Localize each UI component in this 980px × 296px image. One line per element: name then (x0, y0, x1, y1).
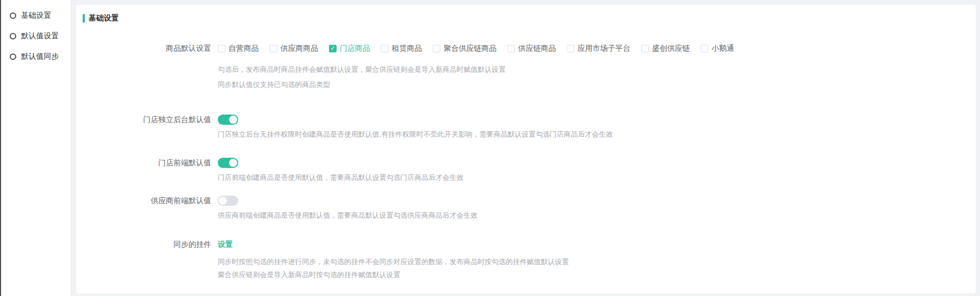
checkbox-product-type-5[interactable]: ✓供应链商品 (507, 43, 556, 53)
checkbox-label: 盛创供应链 (652, 43, 690, 53)
toggle-knob (219, 197, 227, 205)
checkbox-icon: ✓ (701, 45, 708, 52)
toggle-knob (229, 116, 237, 124)
sidebar-item-2[interactable]: 默认值同步 (1, 46, 71, 67)
row-store-backend-default: 门店独立后台默认值 门店独立后台无挂件权限时创建商品是否使用默认值,有挂件权限时… (83, 115, 965, 139)
product-defaults-label: 商品默认设置 (83, 43, 218, 90)
store-backend-toggle[interactable] (218, 115, 238, 125)
checkbox-checked-icon: ✓ (329, 45, 337, 52)
checkbox-product-type-3[interactable]: ✓租赁商品 (381, 43, 422, 53)
radio-circle-icon (10, 12, 16, 19)
supplier-frontend-hint: 供应商前端创建商品是否使用默认值，需要商品默认设置勾选供应商商品后才会生效 (218, 211, 965, 220)
checkbox-icon: ✓ (507, 45, 515, 52)
checkbox-product-type-2[interactable]: ✓门店商品 (329, 43, 370, 53)
checkbox-product-type-0[interactable]: ✓自营商品 (218, 43, 259, 53)
checkbox-label: 供应商商品 (280, 43, 318, 53)
row-product-defaults: 商品默认设置 ✓自营商品✓供应商商品✓门店商品✓租赁商品✓聚合供应链商品✓供应链… (83, 43, 965, 90)
basic-settings-panel: 基础设置 商品默认设置 ✓自营商品✓供应商商品✓门店商品✓租赁商品✓聚合供应链商… (76, 5, 976, 293)
checkbox-label: 自营商品 (229, 43, 259, 53)
checkbox-icon: ✓ (270, 45, 277, 52)
checkbox-label: 门店商品 (340, 43, 370, 53)
sync-widgets-label: 同步的挂件 (83, 239, 218, 280)
sidebar-item-0[interactable]: 基础设置 (1, 5, 71, 26)
checkbox-label: 租赁商品 (392, 43, 422, 53)
product-defaults-hint-2: 同步默认值仅支持已勾选的商品类型 (218, 80, 965, 90)
row-sync-widgets: 同步的挂件 设置 同步时按照勾选的挂件进行同步，未勾选的挂件不会同步对应设置的数… (83, 239, 965, 280)
store-frontend-toggle[interactable] (218, 158, 238, 168)
checkbox-icon: ✓ (381, 45, 388, 52)
checkbox-label: 应用市场子平台 (578, 43, 630, 53)
toggle-knob (229, 159, 237, 167)
checkbox-icon: ✓ (567, 45, 574, 52)
panel-title-text: 基础设置 (89, 14, 119, 23)
checkbox-label: 聚合供应链商品 (444, 43, 496, 53)
radio-circle-icon (10, 33, 16, 39)
sidebar-item-label: 基础设置 (21, 11, 51, 21)
row-store-frontend-default: 门店前端默认值 门店前端创建商品是否使用默认值，需要商品默认设置勾选门店商品后才… (83, 158, 965, 183)
sync-widgets-hint-2: 聚合供应链则会是导入新商品时按勾选的挂件赋值默认设置 (218, 270, 965, 280)
supplier-frontend-toggle[interactable] (218, 196, 238, 206)
checkbox-icon: ✓ (433, 45, 440, 52)
checkbox-product-type-4[interactable]: ✓聚合供应链商品 (433, 43, 496, 53)
checkbox-product-type-6[interactable]: ✓应用市场子平台 (567, 43, 630, 53)
checkbox-icon: ✓ (218, 45, 225, 52)
store-backend-label: 门店独立后台默认值 (83, 115, 218, 139)
sidebar-item-label: 默认值同步 (21, 52, 59, 62)
store-frontend-hint: 门店前端创建商品是否使用默认值，需要商品默认设置勾选门店商品后才会生效 (218, 173, 965, 183)
sync-widgets-hint-1: 同步时按照勾选的挂件进行同步，未勾选的挂件不会同步对应设置的数据，发布商品时按勾… (218, 257, 965, 267)
store-backend-hint: 门店独立后台无挂件权限时创建商品是否使用默认值,有挂件权限时不受此开关影响，需要… (218, 130, 965, 139)
row-supplier-frontend-default: 供应商前端默认值 供应商前端创建商品是否使用默认值，需要商品默认设置勾选供应商商… (83, 196, 965, 220)
checkbox-product-type-7[interactable]: ✓盛创供应链 (641, 43, 690, 53)
sidebar-item-1[interactable]: 默认值设置 (1, 26, 71, 46)
product-defaults-hint-1: 勾选后，发布商品时商品挂件会赋值默认设置，聚合供应链则会是导入新商品时赋值默认设… (218, 65, 965, 75)
store-frontend-label: 门店前端默认值 (83, 158, 218, 183)
product-type-checkbox-group: ✓自营商品✓供应商商品✓门店商品✓租赁商品✓聚合供应链商品✓供应链商品✓应用市场… (218, 43, 965, 53)
settings-page: 基础设置默认值设置默认值同步 基础设置 商品默认设置 ✓自营商品✓供应商商品✓门… (0, 0, 980, 296)
title-accent-bar (83, 14, 85, 23)
radio-circle-icon (10, 53, 16, 60)
checkbox-label: 小鹅通 (711, 43, 734, 53)
checkbox-product-type-8[interactable]: ✓小鹅通 (701, 43, 734, 53)
checkbox-product-type-1[interactable]: ✓供应商商品 (270, 43, 318, 53)
settings-sidebar: 基础设置默认值设置默认值同步 (1, 0, 71, 296)
settings-form: 商品默认设置 ✓自营商品✓供应商商品✓门店商品✓租赁商品✓聚合供应链商品✓供应链… (83, 43, 965, 280)
main-area: 基础设置 商品默认设置 ✓自营商品✓供应商商品✓门店商品✓租赁商品✓聚合供应链商… (71, 0, 980, 296)
supplier-frontend-label: 供应商前端默认值 (83, 196, 218, 220)
sidebar-item-label: 默认值设置 (21, 31, 59, 41)
sync-widgets-settings-link[interactable]: 设置 (218, 240, 233, 248)
panel-title: 基础设置 (83, 14, 965, 23)
checkbox-label: 供应链商品 (518, 43, 556, 53)
checkbox-icon: ✓ (641, 45, 649, 52)
